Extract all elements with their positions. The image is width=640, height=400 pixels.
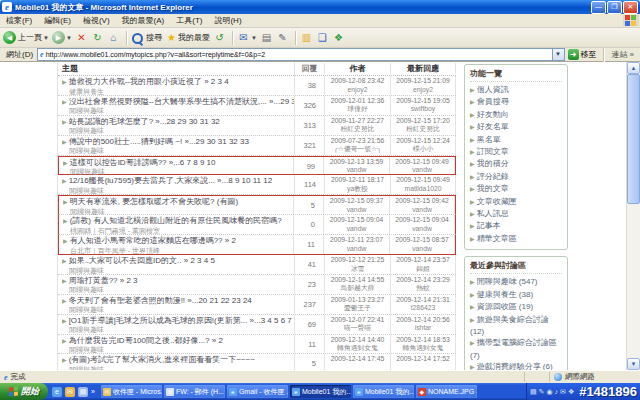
edit-button[interactable]: ✎ (276, 31, 289, 44)
last-reply-name[interactable]: 轉角遇到女鬼 (391, 344, 455, 353)
sidebar-item[interactable]: ▶健康與養生 (38) (470, 289, 562, 301)
forward-dropdown-icon[interactable]: ▼ (66, 35, 72, 41)
author-name[interactable]: 憂鬱王子 (325, 304, 390, 313)
tray-icon[interactable]: ◉ (546, 387, 552, 397)
topic-subforum[interactable]: 閒聊與趣味 (62, 346, 294, 355)
tray-icon[interactable]: ✎ (539, 387, 545, 397)
author-name[interactable]: vandw (324, 206, 389, 215)
author-name[interactable]: 粉紅史努比 (325, 125, 390, 134)
last-reply-name[interactable]: vandw (390, 225, 454, 234)
scroll-up-icon[interactable]: ▲ (627, 62, 640, 74)
topic-link[interactable]: (有圖)考試完了幫大家消火,進來裡面看看笑一下~~~~ (69, 355, 255, 364)
last-reply-name[interactable]: enjoy2 (391, 86, 455, 95)
links-button[interactable]: 連結 » (612, 49, 634, 60)
taskbar-task-button[interactable]: eMobile01 我的... (290, 385, 351, 398)
sidebar-item[interactable]: ▶閒聊與趣味 (547) (470, 276, 562, 288)
menu-file[interactable]: 檔案(F) (0, 15, 38, 26)
ie-quicklaunch-icon[interactable]: e (52, 387, 62, 397)
sidebar-item[interactable]: ▶攜帶型電腦綜合討論區 (7) (470, 337, 562, 361)
author-name[interactable]: 球僮好 (325, 105, 390, 114)
author-name[interactable]: ya教授 (325, 185, 390, 194)
topic-subforum[interactable]: 閒聊與趣味 (62, 107, 294, 116)
topic-link[interactable]: 周瑜打黃蓋?? » 2 3 (69, 276, 138, 285)
menu-favorites[interactable]: 我的最愛(A) (116, 15, 171, 26)
sidebar-item[interactable]: ▶資源回收區 (19) (470, 301, 562, 313)
taskbar-task-button[interactable]: ✉收件匣 - Micros... (101, 385, 162, 398)
topic-link[interactable]: 冬天到了會有聖老婆含照的動漫!! »...20 21 22 23 24 (69, 296, 252, 305)
topic-subforum[interactable]: 閒聊與趣味 (62, 127, 294, 136)
go-button[interactable]: ➜ 移至 (568, 49, 597, 60)
last-reply-name[interactable]: vandw (390, 166, 454, 175)
vertical-scrollbar[interactable]: ▲ ▼ (626, 62, 640, 370)
author-name[interactable]: vandw (324, 225, 389, 234)
print-button[interactable]: ▤ (260, 31, 273, 44)
mail-button[interactable]: ✉ ▼ (237, 31, 257, 44)
tray-icon[interactable]: ❖ (568, 387, 574, 397)
author-name[interactable]: 鳥影越大薛 (325, 284, 390, 293)
stop-button[interactable]: ✕ (75, 31, 88, 44)
menu-help[interactable]: 說明(H) (208, 15, 247, 26)
forward-button[interactable]: ▶ ▼ (52, 31, 72, 44)
topic-link[interactable]: 如果..大家可以不去回應ID的文.. » 2 3 4 5 (69, 256, 215, 265)
sidebar-item[interactable]: ▶遊戲消費經驗分享 (6) (470, 361, 562, 370)
author-name[interactable]: vandw (324, 166, 389, 175)
home-button[interactable]: ⌂ (107, 31, 120, 44)
address-input[interactable]: e http://www.mobile01.com/mytopics.php?v… (37, 48, 552, 61)
topic-subforum[interactable]: 健康與養生 (62, 88, 294, 97)
address-dropdown-icon[interactable]: ▼ (553, 48, 565, 61)
last-reply-name[interactable]: swiftboy (391, 105, 455, 114)
last-reply-name[interactable]: 樸小小 (391, 145, 455, 154)
topic-link[interactable]: 搶救視力大作戰--我的用眼小孩近視了 » 2 3 4 (69, 77, 229, 86)
topic-subforum[interactable]: 桃園縣｜石門霧境 - 薰園檢室 (63, 227, 293, 236)
topic-link[interactable]: 為什麼我告完ID哥100間之後..都好像...? » 2 (69, 336, 223, 345)
topic-subforum[interactable]: 台北市｜百年風華 - 世界頂峰 (63, 247, 293, 256)
sidebar-item[interactable]: ▶精華文章區 (470, 233, 562, 245)
header-author[interactable]: 作者 (324, 63, 390, 74)
sidebar-item[interactable]: ▶旅遊與美食綜合討論 (12) (470, 314, 562, 338)
minimize-button[interactable]: — (591, 1, 606, 14)
sidebar-item[interactable]: ▶黑名單 (470, 134, 562, 146)
back-dropdown-icon[interactable]: ▼ (43, 35, 49, 41)
topic-link[interactable]: [O1新手導讀]毛球之所以成為毛球的原因!(更新第... »...3 4 5 6… (69, 316, 292, 325)
search-button[interactable]: 搜尋 (131, 32, 162, 44)
menu-tools[interactable]: 工具(T) (170, 15, 208, 26)
last-reply-name[interactable]: 粉紅史努比 (391, 125, 455, 134)
author-name[interactable]: 冰雪 (325, 265, 390, 274)
header-topic[interactable]: 主題 (58, 63, 294, 74)
last-reply-name[interactable]: vandw (390, 245, 454, 254)
last-reply-name[interactable]: ishtar (391, 324, 455, 333)
scroll-down-icon[interactable]: ▼ (627, 358, 640, 370)
header-last-reply[interactable]: 最新回應 (390, 63, 456, 74)
topic-subforum[interactable]: 閒聊與趣味 (62, 267, 294, 276)
start-button[interactable]: 開始 (0, 383, 48, 400)
sidebar-item[interactable]: ▶私人訊息 (470, 208, 562, 220)
taskbar-task-button[interactable]: eGmail - 收件匣 ... (227, 385, 288, 398)
messenger-button[interactable]: ❖ (332, 31, 345, 44)
sidebar-item[interactable]: ▶好友動向 (470, 109, 562, 121)
topic-link[interactable]: 這樣可以控告ID哥誹謗嗎?? »...6 7 8 9 10 (70, 158, 216, 167)
topic-link[interactable]: 有人知道小馬哥常吃的這家麵店在哪邊嗎?? » 2 (70, 236, 236, 245)
sidebar-item[interactable]: ▶評分紀錄 (470, 171, 562, 183)
author-name[interactable]: 喵一聲喵 (325, 324, 390, 333)
topic-subforum[interactable]: 閒聊與趣味 (62, 326, 294, 335)
sidebar-item[interactable]: ▶我的文章 (470, 183, 562, 195)
quick-launch-more-icon[interactable]: » (91, 388, 95, 395)
folder-button[interactable]: ▥ (300, 31, 313, 44)
refresh-button[interactable]: ↻ (91, 31, 104, 44)
last-reply-name[interactable]: 錦姐 (391, 265, 455, 274)
last-reply-name[interactable]: t286423 (391, 304, 455, 313)
topic-link[interactable]: 明天有寒流來, 要怎樣取暖才不會失敗呢? (有圖) (70, 197, 238, 206)
topic-link[interactable]: 站長認識的毛球怎麼了? »...28 29 30 31 32 (69, 117, 220, 126)
topic-subforum[interactable]: 閒聊與趣味 (62, 147, 294, 156)
topic-subforum[interactable]: 閒聊與趣味 (62, 187, 294, 196)
back-button[interactable]: ◀ 上一頁 ▼ (3, 31, 49, 44)
last-reply-name[interactable]: vandw (390, 206, 454, 215)
mail-dropdown-icon[interactable]: ▼ (251, 35, 257, 41)
tray-icon[interactable]: ♪ (555, 387, 559, 397)
mail-quicklaunch-icon[interactable]: ✉ (65, 387, 75, 397)
tray-icon[interactable]: ✉ (560, 387, 566, 397)
topic-link[interactable]: (請教) 有人知道北橫沿觀山附近的有原住民風味餐的民宿嗎? (70, 216, 282, 225)
sidebar-item[interactable]: ▶會員搜尋 (470, 96, 562, 108)
author-name[interactable]: enjoy2 (325, 86, 390, 95)
sidebar-item[interactable]: ▶訂閱文章 (470, 146, 562, 158)
